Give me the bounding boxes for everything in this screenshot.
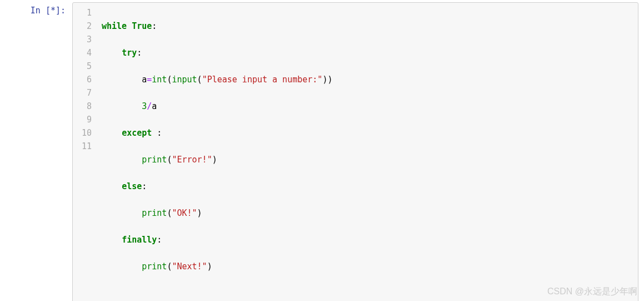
- code-line: 3/a: [102, 100, 633, 113]
- prompt-status: [*]:: [46, 6, 66, 16]
- code-line: a=int(input("Please input a number:")): [102, 73, 633, 86]
- line-number: 4: [73, 46, 92, 60]
- line-number: 11: [73, 140, 92, 153]
- code-line: print("Next!"): [102, 260, 633, 273]
- prompt-prefix: In: [31, 6, 46, 16]
- line-number: 6: [73, 73, 92, 86]
- line-number: 2: [73, 19, 92, 33]
- code-line: print("Error!"): [102, 153, 633, 166]
- code-input-area[interactable]: 1 2 3 4 5 6 7 8 9 10 11 while True: try:…: [72, 2, 638, 301]
- watermark: CSDN @永远是少年啊: [547, 286, 637, 298]
- line-number: 10: [73, 126, 92, 140]
- code-line: print("OK!"): [102, 206, 633, 220]
- code-editor[interactable]: while True: try: a=int(input("Please inp…: [97, 3, 638, 301]
- line-number: 5: [73, 60, 92, 73]
- line-number: 3: [73, 33, 92, 46]
- line-number: 9: [73, 113, 92, 126]
- line-number: 1: [73, 6, 92, 19]
- line-number: 8: [73, 100, 92, 113]
- code-line: except :: [102, 126, 633, 140]
- code-cell: In [*]: 1 2 3 4 5 6 7 8 9 10 11 while Tr…: [0, 0, 644, 301]
- code-line: else:: [102, 180, 633, 193]
- code-line: while True:: [102, 19, 633, 33]
- cell-prompt: In [*]:: [0, 2, 72, 301]
- code-line: finally:: [102, 233, 633, 246]
- code-line: try:: [102, 46, 633, 60]
- line-number: 7: [73, 86, 92, 100]
- line-gutter: 1 2 3 4 5 6 7 8 9 10 11: [73, 3, 97, 301]
